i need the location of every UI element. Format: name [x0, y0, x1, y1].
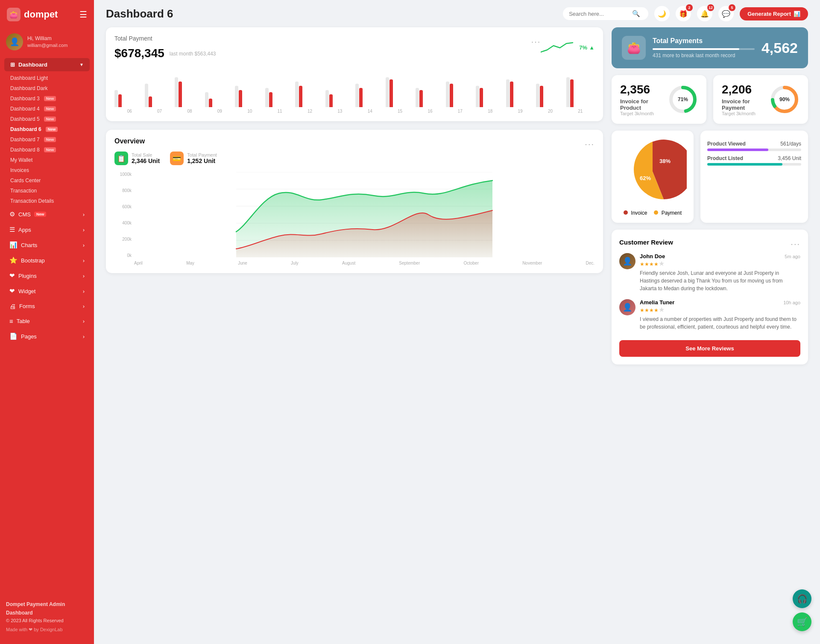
invoice-dot	[624, 210, 628, 215]
wallet-icon: 👛	[7, 8, 20, 21]
sidebar-item-dashboard-8[interactable]: Dashboard 8New	[0, 145, 94, 155]
apps-icon: ☰	[9, 226, 15, 233]
product-listed-label: Product Listed	[707, 155, 743, 161]
sidebar-item-dashboard[interactable]: ⊞ Dashboard ▼	[4, 58, 90, 71]
review-menu[interactable]: ...	[791, 237, 800, 247]
sidebar-item-bootstrap[interactable]: ⭐Bootstrap›	[3, 253, 91, 268]
generate-report-button[interactable]: Generate Report 📊	[740, 7, 808, 20]
cart-button[interactable]: 🛒	[793, 612, 811, 631]
sidebar-item-pages[interactable]: 📄Pages›	[3, 329, 91, 344]
sidebar-item-forms[interactable]: 🖨Forms›	[3, 299, 91, 313]
search-input[interactable]	[569, 11, 629, 17]
bar-group	[145, 84, 173, 107]
bar-red	[269, 92, 272, 107]
bar-gray	[145, 84, 148, 107]
bar-red	[450, 84, 453, 107]
sidebar-item-transaction-details[interactable]: Transaction Details	[0, 196, 94, 206]
bar-red	[540, 86, 543, 107]
legend-total-payment: 💳 Total Payment 1,252 Unit	[170, 152, 217, 165]
total-payment-card: Total Payment ... $678,345 last month $5…	[106, 27, 603, 121]
widget-icon: ❤	[9, 287, 15, 295]
total-sale-label: Total Sale	[132, 152, 160, 157]
overview-card: Overview ... 📋 Total Sale 2,346 Unit 💳	[106, 130, 603, 273]
floating-buttons: 🎧 🛒	[793, 589, 811, 631]
bar-chart-container: 06070809101112131415161718192021	[114, 64, 594, 114]
product-listed-value: 3,456 Unit	[778, 155, 801, 161]
sidebar-item-charts[interactable]: 📊Charts›	[3, 238, 91, 252]
total-payment-title: Total Payment	[114, 35, 152, 42]
pages-icon: 📄	[9, 332, 18, 340]
invoice-product-donut: 71%	[668, 85, 698, 114]
pie-stats-row: 62% 38% Invoice Payment	[612, 131, 808, 223]
cms-icon: ⚙	[9, 210, 15, 218]
area-chart: April May June July August September Oct…	[134, 172, 594, 265]
sidebar-item-cms[interactable]: ⚙CMSNew›	[3, 207, 91, 221]
bar-red	[118, 94, 122, 107]
sidebar-item-dashboard-light[interactable]: Dashboard Light	[0, 73, 94, 83]
bar-group	[325, 90, 354, 107]
sidebar-item-dashboard-3[interactable]: Dashboard 3New	[0, 93, 94, 104]
search-icon: 🔍	[632, 10, 640, 17]
review-name-john: John Doe	[640, 253, 665, 259]
total-payment-last-month: last month $563,443	[170, 51, 216, 57]
hamburger-button[interactable]: ☰	[79, 9, 87, 20]
svg-text:38%: 38%	[659, 158, 671, 164]
product-viewed-bar-bg	[707, 149, 801, 151]
chevron-right-icon: ›	[83, 242, 85, 248]
bar-group	[506, 79, 535, 107]
sidebar-item-plugins[interactable]: ❤Plugins›	[3, 268, 91, 283]
invoice-legend: Invoice	[624, 210, 647, 216]
overview-menu[interactable]: ...	[585, 137, 594, 147]
blue-card-subtitle: 431 more to break last month record	[653, 52, 755, 58]
sidebar-item-dashboard-5[interactable]: Dashboard 5New	[0, 114, 94, 124]
total-payment-icon: 💳	[170, 152, 184, 165]
invoice-payment-donut: 90%	[770, 85, 800, 114]
sidebar-item-invoices[interactable]: Invoices	[0, 165, 94, 175]
bar-group	[295, 82, 324, 107]
sidebar-item-dashboard-4[interactable]: Dashboard 4New	[0, 104, 94, 114]
theme-toggle-button[interactable]: 🌙	[654, 6, 670, 21]
invoice-payment-pct: 90%	[779, 96, 790, 102]
review-avatar-amelia: 👤	[619, 299, 636, 315]
page-title: Dashboard 6	[106, 7, 173, 20]
support-button[interactable]: 🎧	[793, 589, 811, 608]
bar-gray	[386, 77, 389, 107]
bell-notification-button[interactable]: 🔔 12	[697, 6, 712, 21]
sidebar-item-my-wallet[interactable]: My Wallet	[0, 155, 94, 165]
user-greeting: Hi, William	[27, 35, 67, 42]
pie-chart-card: 62% 38% Invoice Payment	[612, 131, 694, 223]
sidebar-item-dashboard-7[interactable]: Dashboard 7New	[0, 134, 94, 145]
charts-icon: 📊	[9, 241, 18, 249]
cart-icon: 🛒	[797, 617, 808, 627]
bar-gray	[205, 92, 208, 107]
sidebar-item-dashboard-dark[interactable]: Dashboard Dark	[0, 83, 94, 93]
chart-bar-icon: 📊	[794, 11, 800, 17]
sidebar-menu-items: ⚙CMSNew›☰Apps›📊Charts›⭐Bootstrap›❤Plugin…	[0, 207, 94, 344]
invoice-product-card: 2,356 Invoice for Product Target 3k/mont…	[612, 75, 706, 124]
see-more-reviews-button[interactable]: See More Reviews	[619, 340, 800, 357]
overview-legend: 📋 Total Sale 2,346 Unit 💳 Total Payment …	[114, 152, 594, 165]
total-payment-menu[interactable]: ...	[531, 35, 541, 45]
sidebar-logo[interactable]: 👛 dompet	[7, 8, 58, 21]
sidebar-item-table[interactable]: ≡Table›	[3, 314, 91, 328]
bar-gray	[175, 77, 178, 107]
sidebar-item-apps[interactable]: ☰Apps›	[3, 222, 91, 237]
review-name-amelia: Amelia Tuner	[640, 299, 674, 306]
review-title: Customer Review	[619, 239, 673, 246]
chevron-right-icon: ›	[83, 273, 85, 279]
footer-copyright: © 2023 All Rights Reserved	[6, 617, 88, 625]
sidebar-item-transaction[interactable]: Transaction	[0, 186, 94, 196]
user-email: william@gmail.com	[27, 42, 67, 48]
sidebar-item-widget[interactable]: ❤Widget›	[3, 284, 91, 298]
chat-notification-button[interactable]: 💬 5	[718, 6, 734, 21]
invoice-product-target: Target 3k/month	[620, 111, 668, 116]
bootstrap-icon: ⭐	[9, 256, 18, 264]
bar-red	[179, 82, 182, 107]
review-item: 👤 Amelia Tuner 10h ago ★★★★★ I viewed a …	[619, 299, 800, 331]
gift-notification-button[interactable]: 🎁 2	[676, 6, 691, 21]
sidebar-item-cards-center[interactable]: Cards Center	[0, 175, 94, 186]
dashboard-sub-items: Dashboard LightDashboard DarkDashboard 3…	[0, 73, 94, 206]
product-viewed-value: 561/days	[780, 141, 801, 147]
sidebar-item-dashboard-6[interactable]: Dashboard 6New	[0, 124, 94, 134]
content-right: 👛 Total Payments 431 more to break last …	[612, 27, 808, 364]
